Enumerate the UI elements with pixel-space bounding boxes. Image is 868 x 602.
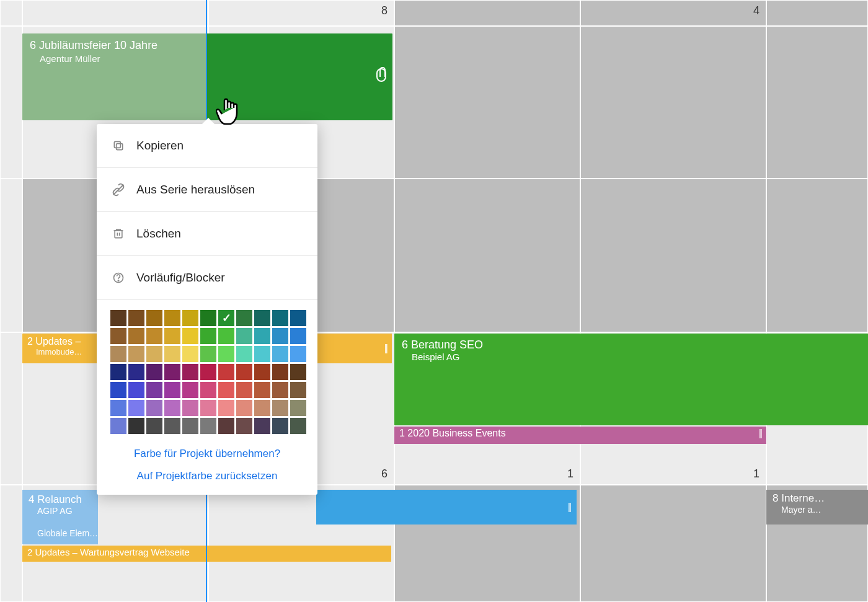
event-anniversary[interactable]: 6 Jubiläumsfeier 10 Jahre Agentur Müller [22, 33, 206, 120]
color-swatch[interactable] [218, 364, 234, 380]
color-swatch[interactable] [236, 328, 252, 344]
event-business-events[interactable]: 1 2020 Business Events || [394, 427, 766, 444]
color-swatch[interactable] [236, 382, 252, 398]
color-swatch[interactable] [272, 328, 288, 344]
color-swatch[interactable] [164, 346, 180, 362]
color-swatch[interactable] [272, 346, 288, 362]
event-beratung-seo[interactable]: 6 Beratung SEO Beispiel AG [394, 334, 868, 425]
color-swatch[interactable] [146, 364, 162, 380]
color-swatch[interactable] [272, 310, 288, 326]
color-swatch[interactable] [164, 364, 180, 380]
color-swatch[interactable] [290, 382, 306, 398]
color-swatch[interactable] [290, 346, 306, 362]
color-swatch[interactable] [110, 418, 126, 434]
color-swatch[interactable] [110, 310, 126, 326]
color-swatch[interactable] [128, 346, 144, 362]
color-swatch[interactable] [128, 310, 144, 326]
color-swatch[interactable] [164, 328, 180, 344]
color-swatch[interactable] [128, 364, 144, 380]
color-swatch[interactable] [254, 346, 270, 362]
color-swatch[interactable] [218, 382, 234, 398]
color-swatch[interactable] [290, 364, 306, 380]
color-swatch[interactable] [272, 400, 288, 416]
color-swatch[interactable] [146, 418, 162, 434]
color-swatch[interactable] [200, 364, 216, 380]
color-swatch[interactable] [182, 346, 198, 362]
color-swatch[interactable] [164, 400, 180, 416]
color-swatch[interactable] [128, 328, 144, 344]
color-swatch[interactable] [218, 328, 234, 344]
color-swatch[interactable] [146, 400, 162, 416]
color-swatch[interactable] [236, 346, 252, 362]
color-swatch[interactable] [200, 310, 216, 326]
color-swatch[interactable] [182, 310, 198, 326]
color-swatch[interactable] [254, 328, 270, 344]
event-intern[interactable]: 8 Interne… Mayer a… [766, 490, 868, 525]
event-updates[interactable]: 2 Updates – Immobude… [22, 334, 100, 363]
color-swatch[interactable] [182, 328, 198, 344]
color-swatch[interactable] [182, 382, 198, 398]
color-swatch[interactable] [272, 382, 288, 398]
color-swatch[interactable] [110, 400, 126, 416]
event-relaunch[interactable]: 4 Relaunch AGIP AG Globale Elem… [22, 490, 98, 544]
attachment-icon [376, 68, 386, 82]
color-swatch[interactable] [164, 382, 180, 398]
color-swatch[interactable] [110, 364, 126, 380]
color-swatch[interactable] [182, 418, 198, 434]
color-swatch[interactable] [254, 364, 270, 380]
header-row: 8 4 [0, 0, 868, 26]
resize-handle-icon[interactable]: || [568, 502, 570, 513]
col-number: 1 [567, 467, 574, 480]
color-swatch[interactable] [164, 310, 180, 326]
color-swatch[interactable] [254, 418, 270, 434]
menu-item-copy[interactable]: Kopieren [97, 124, 317, 168]
color-swatch[interactable] [128, 400, 144, 416]
color-swatch[interactable] [236, 400, 252, 416]
color-swatch[interactable] [290, 400, 306, 416]
color-swatch[interactable] [254, 310, 270, 326]
color-swatch[interactable] [200, 400, 216, 416]
color-swatch[interactable] [128, 382, 144, 398]
menu-item-tentative[interactable]: Vorläufig/Blocker [97, 256, 317, 300]
resize-handle-icon[interactable]: || [384, 343, 387, 354]
color-swatch[interactable] [290, 310, 306, 326]
link-adopt-color[interactable]: Farbe für Projekt übernehmen? [134, 448, 280, 459]
svg-rect-0 [117, 144, 123, 150]
color-swatch[interactable] [236, 364, 252, 380]
col-number: 4 [753, 4, 760, 17]
color-swatch[interactable] [218, 346, 234, 362]
color-swatch[interactable] [200, 346, 216, 362]
color-swatch[interactable] [128, 418, 144, 434]
color-swatch[interactable] [290, 328, 306, 344]
menu-item-delete[interactable]: Löschen [97, 212, 317, 256]
color-swatch[interactable] [110, 328, 126, 344]
color-swatch[interactable] [254, 400, 270, 416]
color-swatch[interactable] [146, 310, 162, 326]
color-swatch[interactable] [146, 328, 162, 344]
color-swatch[interactable] [200, 328, 216, 344]
color-swatch[interactable] [236, 310, 252, 326]
color-swatch[interactable] [110, 346, 126, 362]
link-reset-color[interactable]: Auf Projektfarbe zurücksetzen [137, 470, 278, 482]
color-swatch[interactable] [200, 382, 216, 398]
resize-handle-icon[interactable]: || [759, 428, 761, 439]
color-swatch[interactable] [218, 418, 234, 434]
color-swatch[interactable] [236, 418, 252, 434]
color-swatch[interactable] [200, 418, 216, 434]
color-swatch[interactable] [164, 418, 180, 434]
menu-item-unseries[interactable]: Aus Serie herauslösen [97, 168, 317, 212]
color-swatch[interactable] [182, 400, 198, 416]
color-swatch[interactable] [182, 364, 198, 380]
event-strip-yellow[interactable]: || [316, 334, 392, 363]
color-swatch[interactable] [290, 418, 306, 434]
color-swatch[interactable] [218, 310, 234, 326]
color-swatch[interactable] [254, 382, 270, 398]
event-blue-bar[interactable]: || [316, 490, 577, 525]
color-swatch[interactable] [218, 400, 234, 416]
color-swatch[interactable] [146, 346, 162, 362]
color-swatch[interactable] [146, 382, 162, 398]
color-swatch[interactable] [272, 418, 288, 434]
color-swatch[interactable] [272, 364, 288, 380]
event-anniversary-continuation[interactable] [206, 33, 392, 120]
color-swatch[interactable] [110, 382, 126, 398]
